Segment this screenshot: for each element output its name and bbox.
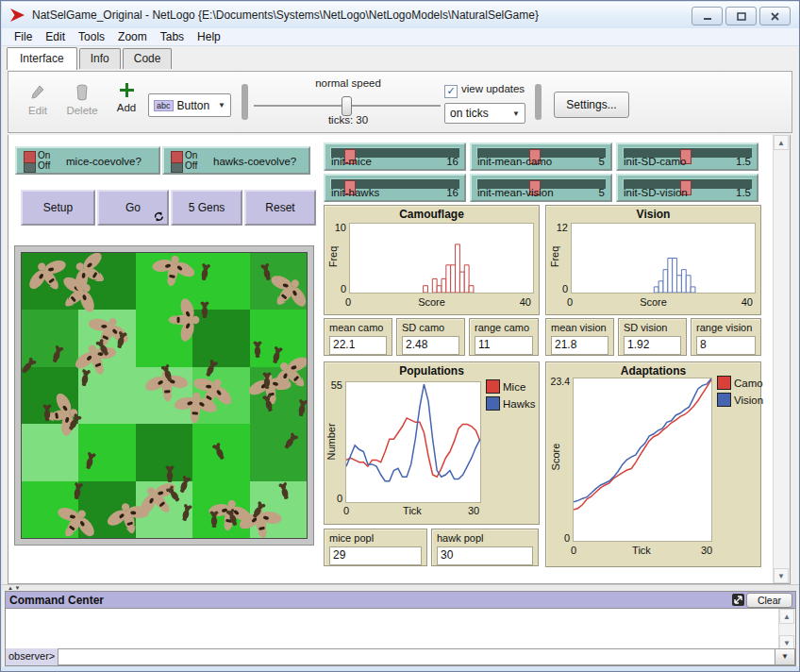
menu-file[interactable]: File — [8, 29, 39, 44]
slider-label: init-hawks — [331, 187, 379, 198]
plot-title: Camouflage — [325, 208, 539, 221]
command-center-header: Command Center Clear — [6, 592, 795, 608]
interface-toolbar: Edit Delete Add abc Button ▼ normal spee… — [8, 71, 792, 133]
trash-icon — [75, 84, 89, 101]
scroll-up-icon[interactable]: ▲ — [779, 609, 794, 624]
output-scrollbar[interactable]: ▲ ▼ — [778, 609, 795, 650]
mouse — [199, 301, 211, 323]
title-bar[interactable]: NatSelGame_Original - NetLogo {E:\Docume… — [2, 2, 799, 28]
scroll-down-icon[interactable]: ▼ — [774, 568, 789, 583]
y-axis-label: Number — [325, 413, 337, 470]
switch-track[interactable] — [171, 151, 183, 173]
monitor-label: mice popl — [329, 532, 374, 544]
widget-type-value: Button — [177, 99, 210, 112]
widget-type-dropdown[interactable]: abc Button ▼ — [148, 93, 231, 117]
go-button[interactable]: Go — [97, 190, 169, 226]
world-view[interactable] — [15, 246, 313, 545]
camouflage-plot: Camouflage 10 0 Freq 0 Score 40 — [324, 205, 540, 315]
monitor-label: SD vision — [624, 322, 667, 333]
five-gens-button[interactable]: 5 Gens — [171, 190, 242, 226]
hawk — [147, 253, 198, 301]
speed-slider-title: normal speed — [256, 77, 441, 89]
slider-init-sd-vision[interactable]: init-SD-vision 1.5 — [616, 174, 758, 202]
tab-interface[interactable]: Interface — [7, 47, 77, 70]
monitor-sd-camo: SD camo 2.48 — [396, 318, 465, 356]
monitor-label: mean vision — [551, 322, 607, 333]
x-axis-label: Tick — [573, 545, 710, 556]
plus-icon — [119, 82, 135, 98]
add-tool[interactable]: Add — [112, 82, 141, 113]
setup-button[interactable]: Setup — [21, 190, 95, 226]
command-output[interactable]: ▲ ▼ — [6, 608, 795, 651]
edit-tool[interactable]: Edit — [22, 84, 54, 116]
forever-icon — [154, 211, 164, 222]
monitor-label: hawk popl — [437, 532, 484, 544]
slider-init-mice[interactable]: init-mice 16 — [324, 143, 466, 171]
mouse — [208, 511, 221, 532]
minimize-button[interactable] — [692, 7, 723, 25]
tab-info[interactable]: Info — [79, 48, 121, 69]
monitor-label: mean camo — [329, 322, 383, 333]
x-axis-max: 30 — [701, 545, 712, 556]
slider-init-sd-camo[interactable]: init-SD-camo 1.5 — [616, 143, 758, 171]
maximize-button[interactable] — [725, 7, 757, 25]
speed-slider-handle[interactable] — [342, 96, 352, 116]
switch-hawks-coevolve[interactable]: On Off hawks-coevolve? — [162, 146, 310, 175]
menu-tools[interactable]: Tools — [72, 29, 111, 44]
menu-tabs[interactable]: Tabs — [154, 29, 191, 44]
command-center-splitter[interactable]: ▲ ▼ — [2, 584, 799, 591]
slider-init-hawks[interactable]: init-hawks 16 — [324, 174, 466, 202]
slider-init-mean-vision[interactable]: init-mean-vision 5 — [470, 174, 612, 202]
monitor-value: 22.1 — [329, 336, 387, 355]
reset-button[interactable]: Reset — [244, 190, 316, 226]
switch-off-label: Off — [38, 160, 50, 171]
scroll-up-icon[interactable]: ▲ — [774, 135, 789, 150]
switch-knob[interactable] — [171, 151, 183, 163]
monitor-hawk-popl: hawk popl 30 — [431, 529, 539, 566]
command-history-dropdown[interactable]: ▼ — [775, 648, 795, 665]
clear-button[interactable]: Clear — [746, 593, 792, 608]
monitor-mean-vision: mean vision 21.8 — [545, 318, 614, 356]
command-input[interactable] — [58, 648, 775, 665]
switch-knob[interactable] — [24, 151, 36, 163]
menu-help[interactable]: Help — [191, 29, 227, 44]
legend-label: Hawks — [503, 398, 536, 410]
observer-prompt: observer> — [6, 648, 58, 665]
menu-edit[interactable]: Edit — [39, 29, 72, 44]
y-axis-label: Freq — [549, 228, 560, 285]
close-button[interactable] — [759, 7, 791, 25]
menu-zoom[interactable]: Zoom — [111, 29, 154, 44]
legend-camo: Camo — [717, 376, 763, 390]
monitor-range-vision: range vision 8 — [691, 318, 761, 356]
command-input-row: observer> ▼ — [6, 648, 795, 665]
slider-init-mean-camo[interactable]: init-mean-camo 5 — [470, 143, 612, 171]
x-axis-label: Tick — [345, 505, 479, 516]
monitor-value: 8 — [696, 336, 756, 355]
legend-swatch — [486, 379, 500, 394]
monitor-label: range vision — [696, 322, 752, 333]
chevron-down-icon: ▼ — [218, 101, 225, 109]
monitor-value: 21.8 — [551, 336, 608, 355]
y-axis-max: 55 — [325, 379, 342, 391]
slider-label: init-mean-vision — [477, 187, 554, 198]
canvas-vertical-scrollbar[interactable]: ▲ ▼ — [773, 135, 790, 583]
view-updates-toggle[interactable]: ✓view updates — [444, 83, 548, 98]
monitor-value: 30 — [437, 546, 533, 565]
tab-strip: Interface Info Code — [7, 48, 174, 69]
x-axis-max: 40 — [520, 296, 531, 308]
switch-track[interactable] — [24, 151, 36, 173]
expand-icon[interactable] — [732, 594, 744, 606]
delete-tool[interactable]: Delete — [61, 84, 103, 116]
switch-mice-coevolve[interactable]: On Off mice-coevolve? — [15, 146, 160, 175]
patch — [250, 424, 307, 481]
y-axis-label: Freq — [327, 228, 339, 285]
settings-button[interactable]: Settings... — [554, 92, 629, 118]
checkbox-checked-icon[interactable]: ✓ — [444, 85, 458, 98]
monitor-mice-popl: mice popl 29 — [324, 529, 427, 566]
x-axis-max: 40 — [742, 296, 753, 308]
hawk — [172, 385, 219, 436]
legend-swatch — [486, 396, 500, 411]
tab-code[interactable]: Code — [123, 48, 173, 69]
update-mode-dropdown[interactable]: on ticks ▼ — [444, 103, 525, 124]
y-axis-min: 0 — [546, 532, 570, 544]
